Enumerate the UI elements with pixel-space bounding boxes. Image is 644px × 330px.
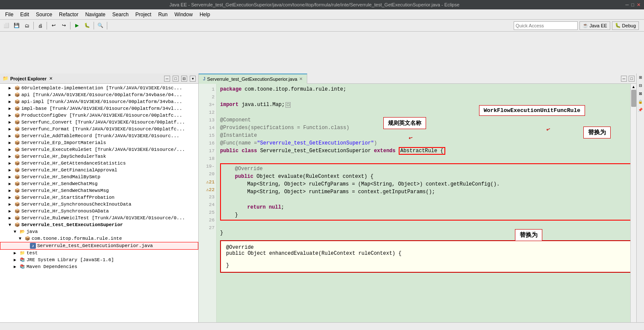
toolbar-save[interactable]: 💾: [12, 21, 21, 30]
expand-icon: ▶: [7, 215, 13, 221]
line-26: 26: [199, 216, 215, 224]
jre-icon: 📚: [19, 257, 25, 263]
expand-icon: ▶: [7, 188, 13, 194]
tree-item-java-folder[interactable]: ▼ 📂 java: [0, 228, 198, 235]
maximize-panel-btn[interactable]: □: [173, 76, 179, 82]
tool-btn-3[interactable]: ⊠: [637, 91, 644, 98]
tree-label: 60ruletemplate-implementation [Trunk/JAV…: [21, 85, 182, 91]
tree-item-hr-attendance[interactable]: ▶ 📦 Serverrule_Hr_GetAttendanceStatistic…: [0, 160, 198, 167]
editor-minimize-btn[interactable]: ─: [621, 76, 627, 82]
toolbar-print[interactable]: 🖨: [35, 21, 45, 30]
tree-item-hr-dayscheduler[interactable]: ▶ 📦 Serverrule_Hr_DaySchedulerTask: [0, 153, 198, 160]
toolbar-search[interactable]: 🔍: [96, 21, 105, 30]
minimize-panel-btn[interactable]: ─: [164, 76, 170, 82]
menu-refactor[interactable]: Refactor: [56, 11, 82, 18]
tree-item-hr-financial[interactable]: ▶ 📦 Serverrule_Hr_GetFinancialApproval: [0, 167, 198, 174]
expand-icon: ▶: [7, 153, 13, 159]
tool-btn-4[interactable]: 🔒: [637, 100, 644, 106]
java-ee-icon: ☕: [582, 23, 588, 28]
tree-item-jre[interactable]: ▶ 📚 JRE System Library [JavaSE-1.6]: [0, 256, 198, 263]
editor-scrollbar[interactable]: ▲ ▼: [630, 84, 636, 330]
project-icon: 📦: [14, 181, 20, 187]
menu-search[interactable]: Search: [109, 11, 132, 18]
menu-run[interactable]: Run: [155, 11, 171, 18]
tree-item-serverfunc-format[interactable]: ▶ 📦 Serverfunc_Format [Trunk/JAVA/01V3EX…: [0, 126, 198, 133]
project-icon: 📦: [14, 106, 20, 112]
tree-item-api[interactable]: ▶ 📦 api [Trunk/JAVA/01V3EXE/01source/00p…: [0, 91, 198, 98]
tree-item-hr-sync-oa[interactable]: ▶ 📦 Serverrule_Hr_SynchronousOAData: [0, 208, 198, 215]
editor-tab-main[interactable]: J Serverrule_test_GetExecutionSuperior.j…: [199, 74, 307, 84]
menu-window[interactable]: Window: [171, 11, 196, 18]
editor-maximize-btn[interactable]: □: [629, 76, 635, 82]
tree-item-hr-wechatnews[interactable]: ▶ 📦 Serverrule_Hr_SendWeChatNewsMsg: [0, 187, 198, 194]
tree-item-impl-base[interactable]: ▶ 📦 impl-base [Trunk/JAVA/01V3EXE/01sour…: [0, 105, 198, 112]
tree-item-erp-import[interactable]: ▶ 📦 Serverrule_Erp_ImportMaterials: [0, 139, 198, 146]
tree-item-serverfunc-convert[interactable]: ▶ 📦 Serverfunc_Convert [Trunk/JAVA/01V3E…: [0, 119, 198, 126]
annotation-rules-name-box: 规则英文名称: [383, 117, 426, 129]
explorer-close-icon: ✕: [49, 76, 53, 81]
tree-item-hr-startstaff[interactable]: ▶ 📦 Serverrule_Hr_StartStaffProbation: [0, 194, 198, 201]
tree-item-60ruletemplate[interactable]: ▶ 📦 60ruletemplate-implementation [Trunk…: [0, 85, 198, 91]
minimize-btn[interactable]: ─: [626, 2, 629, 8]
project-icon: 📦: [14, 160, 20, 166]
line-22: ⚠22: [199, 186, 215, 193]
tree-item-java-file[interactable]: ▶ J Serverrule_test_GetExecutionSuperior…: [0, 242, 198, 250]
project-icon: 📦: [14, 119, 20, 125]
toolbar-run[interactable]: ▶: [72, 21, 82, 30]
tree-item-getexecutionsuperior[interactable]: ▼ 📦 Serverrule_test_GetExecutionSuperior: [0, 221, 198, 228]
expand-icon: ▶: [7, 133, 13, 139]
project-icon: 📦: [14, 92, 20, 98]
maven-icon: 📚: [19, 264, 25, 270]
tree-item-hr-sendmail[interactable]: ▶ 📦 Serverrule_Hr_SendMailBySmtp: [0, 174, 198, 180]
tree-item-package[interactable]: ▼ 📦 com.toone.itop.formula.rule.inte: [0, 235, 198, 242]
title-text: Java EE - Serverrule_test_GetExecutionSu…: [3, 2, 626, 7]
close-btn[interactable]: ✕: [637, 2, 641, 8]
toolbar-redo[interactable]: ↪: [59, 21, 68, 30]
tree-item-ruleweicltest[interactable]: ▶ 📦 Serverrule_RuleWeiclTest [Trunk/JAVA…: [0, 215, 198, 221]
menu-project[interactable]: Project: [132, 11, 155, 18]
tree-label: ProductConfigDev [Trunk/JAVA/01V3EXE/01s…: [21, 113, 182, 118]
menu-navigate[interactable]: Navigate: [82, 11, 109, 18]
project-icon: 📦: [14, 222, 20, 228]
tool-btn-2[interactable]: ⊟: [637, 83, 644, 90]
scroll-thumb-v[interactable]: [631, 90, 636, 107]
tree-item-hr-sync-checkin[interactable]: ▶ 📦 Serverrule_Hr_SynchronousCheckInoutD…: [0, 201, 198, 208]
toolbar-undo[interactable]: ↩: [49, 21, 58, 30]
expand-icon: ▶: [12, 250, 18, 256]
project-icon: 📦: [14, 112, 20, 118]
tree-label: Serverrule_RuleWeiclTest [Trunk/JAVA/01V…: [21, 215, 185, 221]
tree-item-hr-wechat[interactable]: ▶ 📦 Serverrule_Hr_SendWeChatMsg: [0, 180, 198, 187]
toolbar-new[interactable]: ⬜: [2, 21, 11, 30]
maximize-btn[interactable]: □: [631, 2, 634, 8]
debug-label: Debug: [622, 23, 636, 28]
tree-item-api-impl[interactable]: ▶ 📦 api-impl [Trunk/JAVA/01V3EXE/01sourc…: [0, 98, 198, 105]
scroll-up-btn[interactable]: ▲: [632, 85, 635, 89]
java-ee-perspective-btn[interactable]: ☕ Java EE: [579, 21, 610, 30]
toolbar-save-all[interactable]: 🗂: [22, 21, 32, 30]
tool-btn-5[interactable]: 📌: [637, 108, 644, 115]
tree-item-test[interactable]: ▶ 📁 test: [0, 250, 198, 256]
expand-icon: ▶: [7, 119, 13, 125]
right-tools-panel: ⊞ ⊟ ⊠ 🔒 📌: [636, 74, 644, 330]
tree-item-addtablerecord[interactable]: ▶ 📦 Serverrule_AddTableRecord [Trunk/JAV…: [0, 133, 198, 139]
project-tree: ▶ 📦 60ruletemplate-implementation [Trunk…: [0, 84, 198, 330]
quick-access-input[interactable]: [514, 21, 578, 30]
expand-icon: ▶: [7, 174, 13, 180]
debug-perspective-btn[interactable]: 🐛 Debug: [612, 21, 639, 30]
code-area[interactable]: package com.toone.itop.formula.rule.inte…: [217, 84, 636, 330]
close-panel-btn[interactable]: ⊟: [181, 76, 187, 82]
tree-label: java: [26, 229, 38, 234]
project-icon: 📦: [14, 126, 20, 132]
menu-edit[interactable]: Edit: [17, 11, 32, 18]
toolbar-debug[interactable]: 🐛: [82, 21, 92, 30]
menu-source[interactable]: Source: [32, 11, 56, 18]
menu-help[interactable]: Help: [196, 11, 214, 18]
tree-item-maven[interactable]: ▶ 📚 Maven Dependencies: [0, 263, 198, 270]
menu-file[interactable]: File: [2, 11, 17, 18]
view-menu-btn[interactable]: ▾: [190, 76, 196, 82]
tool-btn-1[interactable]: ⊞: [637, 75, 644, 82]
tree-item-productconfig[interactable]: ▶ 📦 ProductConfigDev [Trunk/JAVA/01V3EXE…: [0, 112, 198, 119]
tree-item-executeruleset[interactable]: ▶ 📦 Serverrule_ExecuteRuleSet [Trunk/JAV…: [0, 146, 198, 153]
line-19: 19-: [199, 162, 215, 170]
tab-close-btn[interactable]: ✕: [299, 77, 303, 81]
